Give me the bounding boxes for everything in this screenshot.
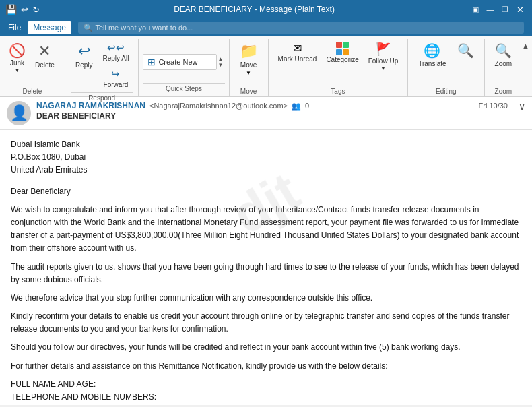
delete-group: 🚫 Junk ▼ ✕ Delete Delete [0, 39, 65, 96]
people-count: 0 [305, 102, 309, 110]
respond-group: ↩ Reply ↩↩ Reply All ↪ Forward Respond [65, 39, 139, 96]
body-para4: Kindly reconfirm your details to enable … [11, 310, 521, 336]
forward-label: Forward [104, 81, 129, 88]
forward-icon: ↪ [111, 68, 120, 80]
window-title: DEAR BENEFICIARY - Message (Plain Text) [40, 5, 469, 14]
move-button[interactable]: 📁 Move ▼ [235, 39, 263, 80]
quick-steps-scroll[interactable]: ▲ ▼ [217, 42, 225, 82]
email-header: 👤 NAGARAJ RAMAKRISHNAN <NagarajRamakrish… [0, 97, 532, 130]
close-button[interactable]: ✕ [513, 3, 527, 16]
delete-icon: ✕ [38, 42, 51, 60]
move-group-inner: 📁 Move ▼ [235, 39, 263, 84]
follow-up-label: Follow Up [368, 57, 398, 65]
title-bar: 💾 ↩ ↻ DEAR BENEFICIARY - Message (Plain … [0, 0, 532, 19]
zoom-group-inner: 🔍 Zoom [490, 39, 517, 85]
title-bar-left: 💾 ↩ ↻ [5, 4, 40, 15]
mark-unread-button[interactable]: ✉ Mark Unread [274, 39, 321, 65]
email-body[interactable]: Dubai Islamic Bank P.O.Box 1080, Dubai U… [0, 130, 532, 405]
reply-label: Reply [75, 61, 93, 69]
header-controls: ∨ [513, 101, 525, 112]
zoom-label: Zoom [495, 60, 512, 67]
restore-button[interactable]: ❐ [498, 3, 512, 16]
search-placeholder: Tell me what you want to do... [95, 24, 193, 32]
field3: FULL CONTACT ADDRESS [11, 404, 521, 405]
quick-steps-inner: ⊞ Create New ▲ ▼ [143, 42, 224, 82]
categorize-button[interactable]: Categorize [322, 39, 362, 66]
tags-group-inner: ✉ Mark Unread Categorize 🚩 Follow Up ▼ [274, 39, 403, 84]
collapse-icon[interactable]: ▲ [522, 42, 529, 50]
fields-block: FULL NAME AND AGE: TELEPHONE AND MOBILE … [11, 378, 521, 405]
create-new-button[interactable]: ⊞ Create New [143, 54, 216, 70]
zoom-group-label: Zoom [490, 86, 517, 96]
editing-group: 🌐 Translate 🔍 Editing [408, 39, 484, 96]
menu-message[interactable]: Message [28, 21, 71, 34]
address-line2: P.O.Box 1080, Dubai [11, 151, 521, 164]
ribbon-collapse[interactable]: ▲ [522, 39, 532, 96]
follow-up-button[interactable]: 🚩 Follow Up ▼ [364, 39, 402, 74]
zoom-icon: 🔍 [495, 42, 512, 59]
junk-icon: 🚫 [9, 42, 26, 59]
translate-icon: 🌐 [424, 42, 440, 59]
follow-up-arrow: ▼ [380, 65, 386, 71]
mark-unread-label: Mark Unread [278, 55, 317, 63]
search-ribbon-icon: 🔍 [457, 42, 474, 59]
tags-group-label: Tags [274, 86, 403, 96]
zoom-group: 🔍 Zoom Zoom [485, 39, 523, 96]
junk-label: Junk [10, 59, 24, 67]
menu-file[interactable]: File [3, 21, 26, 34]
quick-steps-group: ⊞ Create New ▲ ▼ Quick Steps [139, 39, 229, 96]
search-bar[interactable]: 🔍 Tell me what you want to do... [78, 22, 524, 34]
reply-col: ↩↩ Reply All ↪ Forward [98, 39, 133, 91]
categorize-icon [336, 42, 350, 55]
move-arrow-icon: ▼ [246, 70, 251, 76]
undo-icon[interactable]: ↩ [21, 5, 28, 15]
avatar-icon: 👤 [10, 104, 28, 122]
redo-icon[interactable]: ↻ [32, 5, 40, 15]
sender-line: NAGARAJ RAMAKRISHNAN <NagarajRamakrishna… [36, 101, 508, 111]
search-ribbon-button[interactable]: 🔍 [453, 39, 479, 62]
email-date: Fri 10/30 [479, 102, 508, 110]
follow-up-icon: 🚩 [376, 42, 391, 57]
forward-button[interactable]: ↪ Forward [98, 65, 133, 91]
tags-group: ✉ Mark Unread Categorize 🚩 Follow Up ▼ T… [269, 39, 409, 96]
delete-button[interactable]: ✕ Delete [30, 39, 59, 72]
zoom-button[interactable]: 🔍 Zoom [490, 39, 517, 71]
categorize-label: Categorize [326, 56, 358, 63]
people-icon: 👥 [292, 102, 301, 111]
field1: FULL NAME AND AGE: [11, 378, 521, 391]
reply-all-button[interactable]: ↩↩ Reply All [98, 39, 133, 65]
salutation: Dear Beneficiary [11, 185, 521, 198]
reply-all-icon: ↩↩ [107, 42, 125, 54]
window-controls: ▣ — ❐ ✕ [469, 3, 527, 16]
sender-name: NAGARAJ RAMAKRISHNAN [36, 101, 145, 111]
email-subject: DEAR BENEFICIARY [36, 111, 508, 121]
sender-avatar: 👤 [7, 101, 31, 125]
sender-email: <NagarajRamakrishnan12@outlook.com> [149, 102, 288, 110]
save-icon[interactable]: 💾 [5, 4, 17, 15]
create-new-label: Create New [158, 58, 197, 66]
minimize-button[interactable]: — [484, 3, 497, 16]
translate-button[interactable]: 🌐 Translate [413, 39, 451, 71]
editing-group-inner: 🌐 Translate 🔍 [413, 39, 478, 84]
editing-group-label: Editing [413, 86, 478, 96]
body-para3: We therefore advice that you stop furthe… [11, 292, 521, 305]
body-para1: We wish to congratulate and inform you t… [11, 204, 521, 255]
respond-group-inner: ↩ Reply ↩↩ Reply All ↪ Forward [71, 39, 133, 91]
body-para6: For further details and assistance on th… [11, 360, 521, 373]
address-line1: Dubai Islamic Bank [11, 138, 521, 151]
menu-bar: File Message 🔍 Tell me what you want to … [0, 19, 532, 36]
layout-button[interactable]: ▣ [469, 3, 482, 16]
delete-group-inner: 🚫 Junk ▼ ✕ Delete [5, 39, 59, 84]
reply-button[interactable]: ↩ Reply [71, 39, 98, 72]
ribbon: 🚫 Junk ▼ ✕ Delete Delete ↩ Reply ↩↩ Repl… [0, 36, 532, 97]
move-group: 📁 Move ▼ Move [230, 39, 269, 96]
move-group-label: Move [235, 86, 263, 96]
expand-icon[interactable]: ∨ [519, 101, 525, 112]
body-para5: Should you follow our directives, your f… [11, 341, 521, 354]
delete-group-label: Delete [5, 86, 59, 96]
junk-button[interactable]: 🚫 Junk ▼ [5, 39, 29, 77]
translate-label: Translate [418, 60, 446, 67]
junk-arrow: ▼ [15, 67, 20, 73]
email-meta: NAGARAJ RAMAKRISHNAN <NagarajRamakrishna… [36, 101, 508, 121]
create-new-icon: ⊞ [147, 57, 156, 67]
